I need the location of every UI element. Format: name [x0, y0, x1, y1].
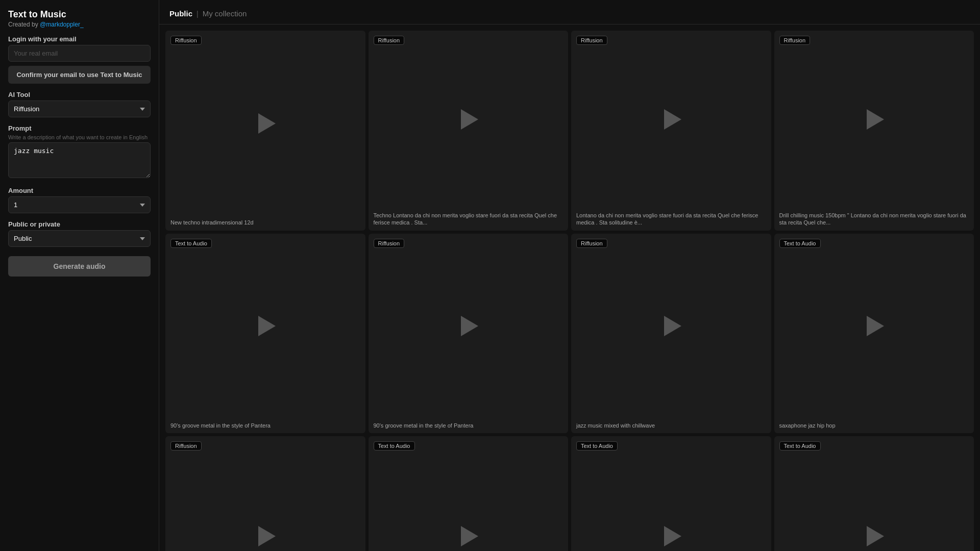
card-play-area: [774, 234, 974, 419]
card-label: 90's groove metal in the style of Panter…: [369, 419, 569, 433]
play-icon: [664, 316, 681, 336]
card-item[interactable]: Riffusion Lontano da chi non merita vogl…: [571, 31, 771, 231]
ai-tool-section: AI Tool Riffusion: [8, 91, 151, 117]
card-play-area: [571, 436, 771, 551]
card-badge: Riffusion: [576, 36, 607, 45]
card-play-area: [369, 234, 569, 419]
visibility-section: Public or private PublicPrivate: [8, 220, 151, 247]
card-item[interactable]: Text to Audio: [369, 436, 569, 551]
card-item[interactable]: Riffusion 90's groove metal in the style…: [369, 234, 569, 434]
card-item[interactable]: Text to Audio: [571, 436, 771, 551]
card-badge: Text to Audio: [374, 441, 415, 450]
generate-button[interactable]: Generate audio: [8, 256, 151, 277]
amount-select[interactable]: 12345: [8, 196, 151, 213]
main-content: Public | My collection Riffusion New tec…: [159, 0, 980, 551]
card-label: New techno intradimensional 12d: [165, 216, 365, 230]
amount-section: Amount 12345: [8, 187, 151, 213]
card-badge: Text to Audio: [779, 441, 821, 450]
card-badge: Text to Audio: [576, 441, 618, 450]
card-item[interactable]: Riffusion Techno Lontano da chi non meri…: [369, 31, 569, 231]
card-label: 90's groove metal in the style of Panter…: [165, 419, 365, 433]
card-badge: Text to Audio: [779, 239, 821, 248]
play-icon: [258, 526, 276, 546]
card-play-area: [165, 31, 365, 216]
card-badge: Riffusion: [576, 239, 607, 248]
card-label: Lontano da chi non merita voglio stare f…: [571, 209, 771, 231]
prompt-hint: Write a description of what you want to …: [8, 134, 151, 140]
play-icon: [664, 109, 681, 130]
play-icon: [258, 113, 276, 134]
card-item[interactable]: Riffusion: [165, 436, 365, 551]
login-label: Login with your email: [8, 35, 151, 43]
content-grid-scroll: Riffusion New techno intradimensional 12…: [159, 24, 980, 551]
play-icon: [867, 109, 884, 130]
card-badge: Text to Audio: [170, 239, 212, 248]
card-play-area: [774, 436, 974, 551]
play-icon: [867, 316, 884, 336]
card-label: Drill chilling music 150bpm " Lontano da…: [774, 209, 974, 231]
tab-divider: |: [197, 10, 199, 18]
tabs-bar: Public | My collection: [159, 0, 980, 24]
card-play-area: [369, 436, 569, 551]
card-play-area: [571, 31, 771, 209]
card-badge: Riffusion: [374, 36, 405, 45]
card-label: jazz music mixed with chillwave: [571, 419, 771, 433]
play-icon: [664, 526, 681, 546]
card-play-area: [571, 234, 771, 419]
card-play-area: [165, 436, 365, 551]
card-badge: Riffusion: [170, 441, 202, 450]
card-item[interactable]: Riffusion Drill chilling music 150bpm " …: [774, 31, 974, 231]
visibility-label: Public or private: [8, 220, 151, 228]
login-section: Login with your email Confirm your email…: [8, 35, 151, 84]
amount-label: Amount: [8, 187, 151, 194]
card-label: saxaphone jaz hip hop: [774, 419, 974, 433]
card-label: Techno Lontano da chi non merita voglio …: [369, 209, 569, 231]
card-grid: Riffusion New techno intradimensional 12…: [165, 31, 974, 551]
app-title-section: Text to Music Created by @markdoppler_: [8, 9, 151, 28]
play-icon: [461, 109, 478, 130]
confirm-email-button[interactable]: Confirm your email to use Text to Music: [8, 66, 151, 84]
twitter-link[interactable]: @markdoppler_: [40, 21, 84, 28]
ai-tool-select[interactable]: Riffusion: [8, 101, 151, 117]
play-icon: [258, 316, 276, 336]
play-icon: [461, 316, 478, 336]
play-icon: [867, 526, 884, 546]
card-badge: Riffusion: [374, 239, 405, 248]
prompt-section: Prompt Write a description of what you w…: [8, 124, 151, 180]
card-play-area: [369, 31, 569, 209]
card-play-area: [165, 234, 365, 419]
prompt-input[interactable]: jazz music: [8, 142, 151, 178]
card-item[interactable]: Text to Audio saxaphone jaz hip hop: [774, 234, 974, 434]
tab-my-collection[interactable]: My collection: [203, 8, 247, 19]
created-by: Created by @markdoppler_: [8, 21, 151, 28]
card-item[interactable]: Text to Audio: [774, 436, 974, 551]
card-badge: Riffusion: [170, 36, 202, 45]
ai-tool-label: AI Tool: [8, 91, 151, 98]
visibility-select[interactable]: PublicPrivate: [8, 230, 151, 247]
card-item[interactable]: Riffusion New techno intradimensional 12…: [165, 31, 365, 231]
sidebar: Text to Music Created by @markdoppler_ L…: [0, 0, 159, 551]
card-item[interactable]: Text to Audio 90's groove metal in the s…: [165, 234, 365, 434]
prompt-label: Prompt: [8, 124, 151, 132]
tab-public[interactable]: Public: [169, 8, 192, 19]
play-icon: [461, 526, 478, 546]
card-badge: Riffusion: [779, 36, 811, 45]
app-title: Text to Music: [8, 9, 151, 20]
card-play-area: [774, 31, 974, 209]
card-item[interactable]: Riffusion jazz music mixed with chillwav…: [571, 234, 771, 434]
email-input[interactable]: [8, 45, 151, 62]
